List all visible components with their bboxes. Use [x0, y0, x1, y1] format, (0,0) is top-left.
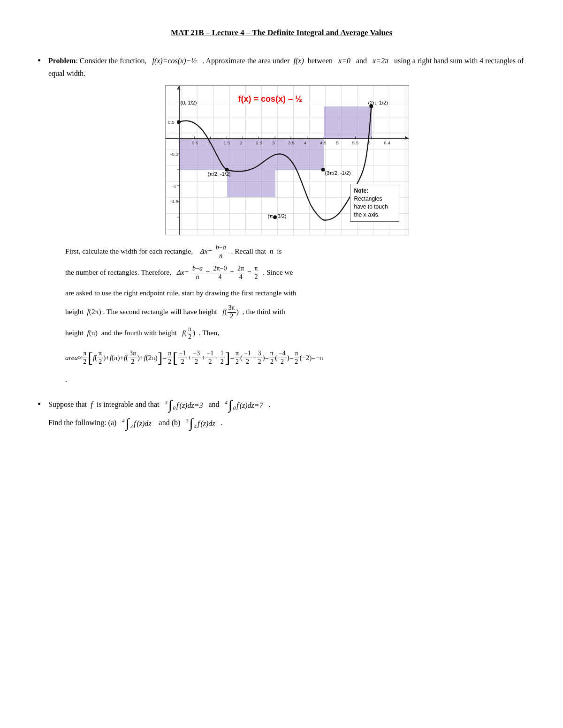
- problem-between: between: [308, 57, 333, 65]
- frac-3pi-2-f: 3π 2: [129, 350, 137, 366]
- frac-n4-2: −4 2: [278, 350, 287, 366]
- frac-3pi-2-inline: 3π2: [228, 304, 236, 321]
- svg-text:2.5: 2.5: [256, 141, 262, 146]
- bracket-open: [: [88, 350, 93, 365]
- note-body: Rectangles have to touch the x-axis.: [354, 195, 388, 218]
- svg-marker-1: [176, 86, 180, 90]
- frac-2pi-4: 2π 4: [236, 265, 245, 281]
- svg-text:-1.5: -1.5: [170, 199, 178, 204]
- svg-text:1: 1: [207, 141, 210, 146]
- solution-block: First, calculate the width for each rect…: [65, 244, 525, 341]
- frac-pi-2: π 2: [254, 265, 259, 281]
- solution-line2: the number of rectangles. Therefore, Δx=…: [65, 265, 525, 281]
- svg-text:6.4: 6.4: [384, 141, 390, 146]
- svg-text:0.5: 0.5: [167, 120, 174, 125]
- note-box: Note: Rectangles have to touch the x-axi…: [350, 184, 399, 222]
- problem-text2: . Approximate the area under: [202, 57, 289, 65]
- frac-3-2: 3 2: [257, 350, 262, 366]
- point-label-2pi: (2π, 1/2): [368, 100, 388, 105]
- problem-2-content: Suppose that f is integrable and that 3 …: [48, 398, 525, 434]
- frac-pi-2-area: π 2: [82, 350, 87, 366]
- solution-line4: height f(2π) . The second rectangle will…: [65, 304, 525, 321]
- svg-text:4.5: 4.5: [320, 141, 326, 146]
- svg-text:5: 5: [336, 141, 339, 146]
- point-label-pi: (π, -3/2): [268, 213, 287, 219]
- page-title: MAT 21B – Lecture 4 – The Definite Integ…: [38, 28, 525, 38]
- problem-2-find: Find the following: (a) 4 ∫ 3 f(z)dz and…: [48, 416, 525, 430]
- frac-pi-2-area4: π 2: [269, 350, 274, 366]
- svg-text:1.5: 1.5: [223, 141, 230, 146]
- frac-pi-2-inline: π2: [187, 325, 192, 342]
- problem-x2pi: x=2π: [373, 57, 388, 65]
- svg-text:3.5: 3.5: [288, 141, 294, 146]
- frac-pi-2-f1: π 2: [98, 350, 103, 366]
- bracket2-close: ]: [225, 350, 230, 365]
- frac-p1: 1 2: [220, 350, 225, 366]
- integral-0-3: 3 ∫ 0 f(z)dz=3: [165, 398, 203, 412]
- frac-b-a-n: b−a n: [215, 244, 227, 260]
- problem-1-content: Problem: Consider the function, f(x)=cos…: [48, 54, 525, 384]
- svg-text:0.5: 0.5: [191, 141, 198, 146]
- integral-3-4: 4 ∫ 3 f(z)dz: [122, 417, 151, 430]
- note-title: Note:: [354, 188, 369, 194]
- problem-label: Problem: [48, 57, 76, 65]
- point-label-3pi2: (3π/2, -1/2): [325, 170, 351, 176]
- bracket2-open: [: [173, 350, 178, 365]
- bullet-1: •: [38, 55, 41, 66]
- svg-text:2: 2: [240, 141, 243, 146]
- frac-n1-2: −1 2: [243, 350, 252, 366]
- problem-text1: : Consider the function,: [76, 57, 146, 65]
- frac-pi-2-area2: π 2: [167, 350, 172, 366]
- solution-line3: are asked to use the right endpoint rule…: [65, 286, 525, 300]
- bullet-2: •: [38, 399, 41, 410]
- frac-pi-2-area5: π 2: [294, 350, 299, 366]
- frac-n1: −1 2: [178, 350, 187, 366]
- problem-1-section: • Problem: Consider the function, f(x)=c…: [38, 54, 525, 384]
- integral-4-3: 3 ∫ 4 f(z)dz: [186, 417, 215, 430]
- problem-x0: x=0: [338, 57, 350, 65]
- problem-2-statement: Suppose that f is integrable and that 3 …: [48, 398, 525, 412]
- bracket-close: ]: [158, 350, 163, 365]
- svg-marker-0: [405, 136, 408, 140]
- problem-and: and: [356, 57, 367, 65]
- graph-box: 0.5 1 1.5 2 2.5 3 3.5 4 4.5 5 5.5 6 6.4 …: [165, 85, 409, 235]
- integral-0-4: 4 ∫ 0 f(z)dz=7: [225, 398, 263, 412]
- svg-text:6: 6: [368, 141, 371, 146]
- area-formula: area≈ π 2 [ f( π 2 )+f(π)+f( 3π 2 )+f(2π…: [65, 350, 525, 366]
- svg-point-5: [321, 168, 325, 172]
- svg-text:5.5: 5.5: [352, 141, 358, 146]
- and-text: and: [208, 400, 219, 408]
- delta-x-formula: Δx=: [200, 247, 213, 255]
- svg-text:3: 3: [272, 141, 275, 146]
- delta-x-expanded: Δx=: [177, 268, 189, 276]
- frac-n12: −1 2: [205, 350, 214, 366]
- period-dot: .: [65, 375, 525, 384]
- problem-2-section: • Suppose that f is integrable and that …: [38, 398, 525, 434]
- graph-container: 0.5 1 1.5 2 2.5 3 3.5 4 4.5 5 5.5 6 6.4 …: [48, 85, 525, 235]
- frac-ba: b−a n: [191, 265, 204, 281]
- solution-line1: First, calculate the width for each rect…: [65, 244, 525, 260]
- point-label-0: (0, 1/2): [181, 100, 197, 105]
- svg-text:4: 4: [304, 141, 306, 146]
- solution-line5: height f(π) and the fourth with height f…: [65, 325, 525, 342]
- svg-text:-1: -1: [172, 183, 176, 188]
- svg-text:-0.5: -0.5: [170, 151, 178, 157]
- point-label-pi2: (π/2, -1/2): [208, 171, 231, 177]
- problem-fx: f(x): [294, 57, 304, 65]
- problem-1-statement: Problem: Consider the function, f(x)=cos…: [48, 54, 525, 80]
- frac-2pi: 2π−0 4: [212, 265, 228, 281]
- problem-function: f(x)=cos(x)−½: [152, 57, 197, 65]
- function-label: f(x) = cos(x) – ½: [238, 94, 303, 104]
- frac-n3: −3 2: [192, 350, 201, 366]
- frac-pi-2-area3: π 2: [235, 350, 240, 366]
